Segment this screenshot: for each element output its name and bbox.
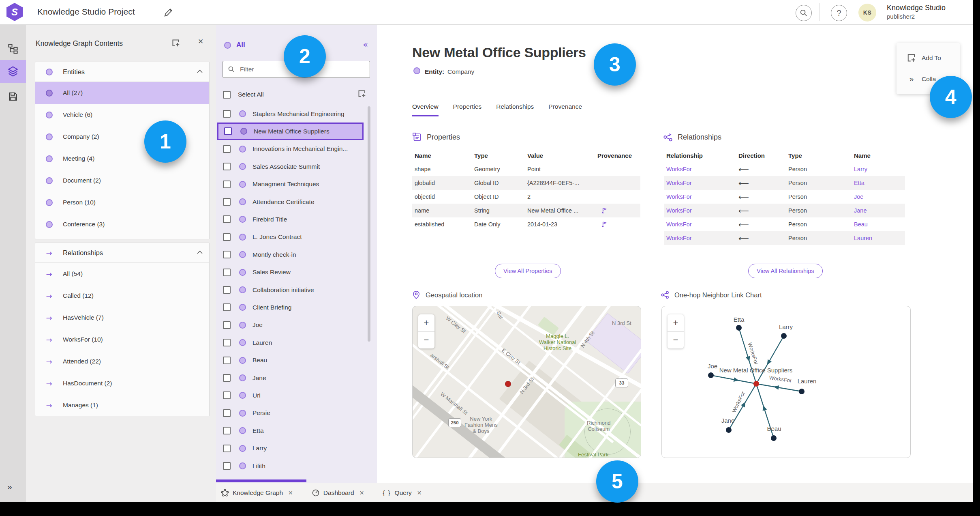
list-item[interactable]: Sales Associate Summit [216, 158, 377, 175]
help-button[interactable]: ? [831, 5, 847, 21]
list-item[interactable]: Managment Techniques [216, 176, 377, 193]
list-item[interactable]: Etta [216, 422, 377, 439]
relationship-filter-item[interactable]: →Manages (1) [35, 394, 209, 416]
neighbor-node-beau[interactable] [771, 435, 777, 441]
list-item[interactable]: Lilith [216, 457, 377, 475]
list-item[interactable]: New Metal Office Suppliers [217, 123, 364, 140]
provenance-flag-icon[interactable] [595, 221, 640, 228]
relationship-link[interactable]: WorksFor [664, 180, 736, 186]
list-item[interactable]: Lauren [216, 334, 377, 351]
collapse-relationships-icon[interactable] [197, 250, 203, 254]
list-item[interactable]: Beau [216, 352, 377, 369]
add-selected-icon[interactable] [357, 89, 366, 98]
list-item[interactable]: Joe [216, 316, 377, 334]
relationship-filter-item[interactable]: →HasVehicle (7) [35, 307, 209, 329]
close-panel-icon[interactable]: ✕ [198, 37, 203, 46]
item-checkbox[interactable] [223, 181, 231, 188]
list-item[interactable]: Persie [216, 404, 377, 422]
detail-tab-properties[interactable]: Properties [453, 103, 482, 116]
item-checkbox[interactable] [224, 127, 232, 135]
item-checkbox[interactable] [223, 339, 231, 346]
item-checkbox[interactable] [223, 445, 231, 452]
item-checkbox[interactable] [223, 286, 231, 294]
list-item[interactable]: Client Briefing [216, 299, 377, 316]
item-checkbox[interactable] [223, 427, 231, 434]
item-checkbox[interactable] [223, 303, 231, 311]
list-vertical-scrollbar[interactable] [368, 106, 370, 342]
view-all-relationships-button[interactable]: View All Relationships [748, 264, 823, 278]
app-logo-icon[interactable]: S [6, 3, 23, 21]
entity-filter-item[interactable]: All (27) [35, 82, 209, 104]
list-item[interactable]: Firebird Title [216, 211, 377, 228]
relationship-link[interactable]: WorksFor [664, 221, 736, 228]
item-checkbox[interactable] [223, 251, 231, 258]
item-checkbox[interactable] [223, 357, 231, 364]
expand-rail-icon[interactable]: » [7, 482, 12, 492]
map-zoom-in-button[interactable]: + [418, 314, 434, 332]
relationship-filter-item[interactable]: →Attended (22) [35, 350, 209, 372]
view-all-properties-button[interactable]: View All Properties [495, 264, 561, 278]
collapse-list-panel-icon[interactable]: « [363, 40, 368, 49]
item-checkbox[interactable] [223, 163, 231, 170]
relationship-filter-item[interactable]: →HasDocument (2) [35, 372, 209, 394]
entity-location-marker[interactable] [505, 381, 511, 387]
neighbor-node-joe[interactable] [708, 372, 714, 378]
close-tab-icon[interactable]: ✕ [288, 490, 293, 496]
chart-zoom-in-button[interactable]: + [668, 314, 684, 332]
list-item[interactable]: Uri [216, 387, 377, 404]
item-checkbox[interactable] [223, 233, 231, 241]
entity-filter-item[interactable]: Vehicle (6) [35, 104, 209, 126]
rail-save-button[interactable] [0, 85, 26, 108]
item-checkbox[interactable] [223, 409, 231, 417]
close-tab-icon[interactable]: ✕ [417, 490, 422, 496]
related-entity-link[interactable]: Beau [852, 221, 905, 228]
add-to-panel-button[interactable] [170, 37, 182, 49]
neighbor-node-jane[interactable] [726, 427, 732, 433]
list-item[interactable]: Larry [216, 440, 377, 457]
item-checkbox[interactable] [223, 462, 231, 470]
item-checkbox[interactable] [223, 321, 231, 329]
relationship-link[interactable]: WorksFor [664, 235, 736, 241]
geospatial-map[interactable]: + − k RdW Clay StSalN 3rd StN 4th Starsh… [412, 306, 641, 458]
rail-layers-button[interactable] [0, 60, 26, 83]
item-checkbox[interactable] [223, 145, 231, 153]
list-item[interactable]: Montly check-in [216, 246, 377, 263]
bottom-tab-dashboard[interactable]: Dashboard✕ [312, 489, 364, 497]
list-item[interactable]: L. Jones Contract [216, 228, 377, 246]
list-horizontal-scrollbar[interactable] [216, 479, 306, 482]
item-checkbox[interactable] [223, 110, 231, 118]
provenance-flag-icon[interactable] [595, 207, 640, 214]
list-item[interactable]: Staplers Mechanical Engineering [216, 105, 377, 123]
entity-filter-item[interactable]: Person (10) [35, 191, 209, 213]
list-item[interactable]: Innovations in Mechanical Engin... [216, 140, 377, 158]
entity-filter-item[interactable]: Conference (3) [35, 213, 209, 235]
related-entity-link[interactable]: Larry [852, 166, 905, 172]
relationship-filter-item[interactable]: →Called (12) [35, 285, 209, 307]
entity-filter-item[interactable]: Document (2) [35, 170, 209, 191]
detail-tab-relationships[interactable]: Relationships [496, 103, 534, 116]
select-all-row[interactable]: Select All [216, 86, 377, 103]
user-avatar[interactable]: KS [858, 4, 876, 22]
list-item[interactable]: Jane [216, 369, 377, 387]
center-node[interactable] [753, 381, 759, 387]
collapse-entities-icon[interactable] [197, 69, 203, 73]
relationship-filter-item[interactable]: →WorksFor (10) [35, 329, 209, 350]
one-hop-link-chart[interactable]: + − WorksForWorksForWorksForNew Metal Of… [661, 306, 911, 458]
related-entity-link[interactable]: Etta [852, 180, 905, 186]
neighbor-node-lauren[interactable] [799, 389, 805, 394]
item-checkbox[interactable] [223, 269, 231, 276]
relationships-card-header[interactable]: → Relationships [35, 243, 209, 263]
item-checkbox[interactable] [223, 391, 231, 399]
relationship-filter-item[interactable]: →All (54) [35, 263, 209, 285]
entities-card-header[interactable]: Entities [35, 62, 209, 82]
item-checkbox[interactable] [223, 374, 231, 382]
relationship-link[interactable]: WorksFor [664, 194, 736, 200]
rail-schema-button[interactable] [0, 37, 26, 60]
list-item[interactable]: Collaboration initiative [216, 281, 377, 299]
bottom-tab-knowledge-graph[interactable]: Knowledge Graph✕ [221, 489, 293, 497]
search-button[interactable] [796, 5, 812, 21]
select-all-checkbox[interactable] [223, 91, 231, 99]
relationship-link[interactable]: WorksFor [664, 166, 736, 172]
close-tab-icon[interactable]: ✕ [359, 490, 364, 496]
list-item[interactable]: Sales Review [216, 264, 377, 281]
